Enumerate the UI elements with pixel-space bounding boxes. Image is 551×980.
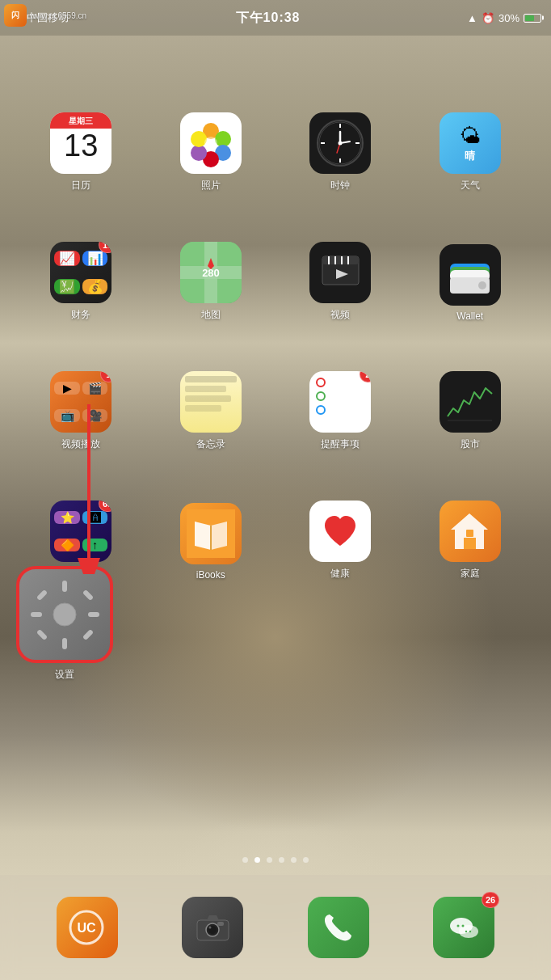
reminders-badge: 2 <box>360 371 371 382</box>
svg-rect-47 <box>36 589 47 600</box>
dock-wechat[interactable]: 26 <box>433 897 494 958</box>
app-settings-container[interactable]: 设置 <box>16 566 113 682</box>
notes-icon[interactable] <box>180 371 242 433</box>
home-icon[interactable] <box>440 501 501 562</box>
dock-camera[interactable] <box>182 897 243 958</box>
settings-icon[interactable] <box>16 566 113 663</box>
health-svg <box>318 509 363 554</box>
svg-point-5 <box>191 131 207 147</box>
app-weather[interactable]: 🌤 晴 天气 <box>406 73 536 202</box>
notes-line3 <box>185 395 232 402</box>
app-reminders[interactable]: 2 提醒事项 <box>276 332 406 461</box>
status-time: 下午10:38 <box>236 10 301 27</box>
svg-rect-23 <box>322 256 359 264</box>
dock: UC <box>0 875 551 980</box>
svg-rect-41 <box>466 530 473 537</box>
page-dot-4[interactable] <box>291 857 297 863</box>
uc-svg: UC <box>65 906 109 950</box>
svg-point-16 <box>338 141 342 145</box>
finance-sub3: 💹 <box>54 279 80 294</box>
uc-icon[interactable]: UC <box>57 897 118 958</box>
app-video-folder[interactable]: ▶ 🎬 📺 🎥 1 视频播放 <box>16 332 146 461</box>
vf-sub2: 🎬 <box>82 382 108 395</box>
finance-sub1: 📈 <box>54 251 80 266</box>
svg-rect-46 <box>88 612 99 617</box>
photos-icon[interactable] <box>180 112 242 174</box>
svg-point-66 <box>469 930 471 931</box>
weather-label: 天气 <box>461 179 480 192</box>
page-dots <box>0 857 551 863</box>
battery-icon <box>524 14 541 23</box>
maps-icon[interactable]: 280 <box>180 242 242 303</box>
clock-svg <box>314 117 367 170</box>
watermark: 闪 www.pc6559.cn <box>4 4 86 27</box>
page-dot-2[interactable] <box>267 857 272 863</box>
video-icon[interactable] <box>309 242 371 303</box>
wechat-badge: 26 <box>482 892 499 908</box>
reminder-dot3 <box>316 405 326 415</box>
svg-point-59 <box>208 926 211 928</box>
phone-svg <box>316 906 360 950</box>
svg-point-64 <box>461 924 464 927</box>
video-folder-icon[interactable]: ▶ 🎬 📺 🎥 1 <box>50 371 111 433</box>
vf-sub1: ▶ <box>54 382 80 395</box>
ls-sub4: ↑ <box>82 539 108 551</box>
weather-icon[interactable]: 🌤 晴 <box>440 112 501 174</box>
lifestyle-icon[interactable]: ⭐ 🅰 🔶 ↑ 65 <box>50 501 111 562</box>
calendar-header: 星期三 <box>50 112 111 129</box>
location-icon: ▲ <box>467 12 477 24</box>
notes-line4 <box>185 405 221 412</box>
ibooks-icon[interactable] <box>180 503 242 564</box>
app-clock[interactable]: 时钟 <box>276 73 406 202</box>
home-svg <box>448 507 492 555</box>
app-health[interactable]: 健康 <box>276 461 406 590</box>
page-dot-3[interactable] <box>279 857 284 863</box>
photos-label: 照片 <box>201 179 221 192</box>
app-notes[interactable]: 备忘录 <box>146 332 276 461</box>
wechat-svg <box>442 906 486 950</box>
app-home[interactable]: 家庭 <box>406 461 536 590</box>
app-grid: 星期三 13 日历 照片 <box>0 65 551 598</box>
app-video[interactable]: 视频 <box>276 202 406 332</box>
ls-sub3: 🔶 <box>54 539 80 551</box>
app-stocks[interactable]: 股市 <box>406 332 536 461</box>
ibooks-svg <box>187 509 235 558</box>
dock-uc[interactable]: UC <box>57 897 118 958</box>
vf-sub4: 🎥 <box>82 409 108 422</box>
reminder-item1 <box>316 378 329 387</box>
app-wallet[interactable]: Wallet <box>406 202 536 332</box>
video-svg <box>314 247 367 299</box>
phone-icon[interactable] <box>308 897 369 958</box>
dock-phone[interactable] <box>308 897 369 958</box>
svg-text:UC: UC <box>78 921 97 935</box>
vf-sub3: 📺 <box>54 409 80 422</box>
notes-label: 备忘录 <box>196 437 225 451</box>
app-finance[interactable]: 📈 📊 💹 💰 17 财务 <box>16 202 146 332</box>
reminder-item2 <box>316 391 329 401</box>
ls-sub1: ⭐ <box>54 511 80 524</box>
page-dot-0[interactable] <box>242 857 248 863</box>
svg-point-34 <box>478 281 486 289</box>
finance-sub4: 💰 <box>82 279 108 294</box>
clock-icon[interactable] <box>309 112 371 174</box>
photos-svg <box>187 119 235 167</box>
watermark-logo: 闪 <box>4 4 27 27</box>
home-label: 家庭 <box>461 567 480 581</box>
wallet-icon[interactable] <box>440 244 501 306</box>
app-calendar[interactable]: 星期三 13 日历 <box>16 73 146 202</box>
page-dot-1[interactable] <box>254 857 260 863</box>
finance-icon[interactable]: 📈 📊 💹 💰 17 <box>50 242 111 303</box>
page-dot-5[interactable] <box>303 857 309 863</box>
alarm-icon: ⏰ <box>482 12 494 24</box>
reminders-icon[interactable]: 2 <box>309 371 371 433</box>
app-maps[interactable]: 280 地图 <box>146 202 276 332</box>
camera-icon[interactable] <box>182 897 243 958</box>
app-photos[interactable]: 照片 <box>146 73 276 202</box>
stocks-icon[interactable] <box>440 371 501 433</box>
app-ibooks[interactable]: iBooks <box>146 461 276 590</box>
wallet-svg <box>444 249 496 302</box>
calendar-icon[interactable]: 星期三 13 <box>50 112 111 174</box>
svg-rect-44 <box>62 638 67 649</box>
svg-rect-48 <box>82 589 93 600</box>
health-icon[interactable] <box>309 501 371 562</box>
